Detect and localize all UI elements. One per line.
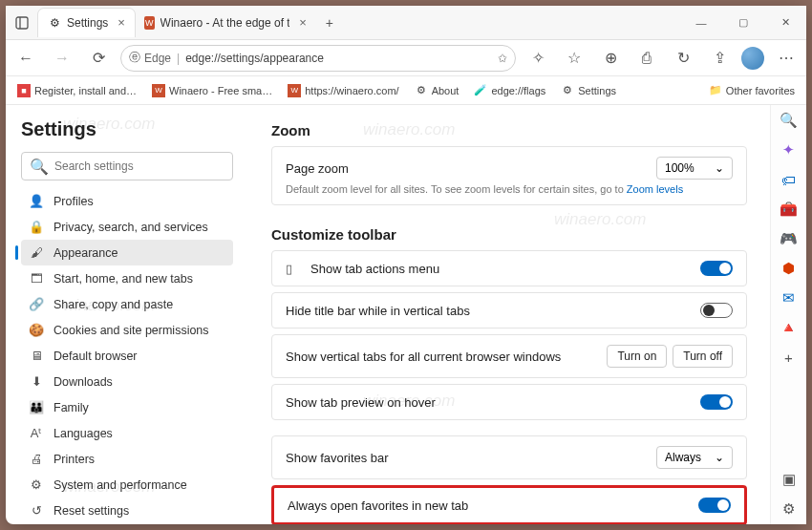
nav-item-privacy[interactable]: 🔒Privacy, search, and services (21, 214, 233, 240)
page-zoom-sub: Default zoom level for all sites. To see… (286, 183, 733, 195)
nav-item-share[interactable]: 🔗Share, copy and paste (21, 291, 233, 317)
person-icon: 👤 (29, 194, 44, 208)
nav-label: Start, home, and new tabs (53, 272, 193, 286)
coupons-icon[interactable]: 🏷 (780, 170, 799, 189)
collapse-sidebar-icon[interactable]: ▣ (780, 470, 799, 489)
cookie-icon: 🍪 (29, 323, 44, 337)
share-icon[interactable]: ⇪ (705, 44, 734, 73)
chevron-down-icon: ⌄ (715, 161, 724, 175)
profile-avatar[interactable] (741, 47, 764, 70)
drop-icon[interactable]: 🔺 (780, 318, 799, 337)
nav-item-printers[interactable]: 🖨Printers (21, 446, 233, 472)
bookmark-item[interactable]: Whttps://winaero.com/ (282, 82, 404, 99)
nav-item-profiles[interactable]: 👤Profiles (21, 188, 233, 214)
screenshot-icon[interactable]: ⎙ (632, 44, 661, 73)
nav-label: Cookies and site permissions (53, 324, 209, 337)
title-bar: ⚙ Settings × W Winaero - At the edge of … (6, 6, 806, 40)
bookmark-item[interactable]: ⚙About (409, 82, 465, 99)
nav-item-system[interactable]: ⚙System and performance (21, 472, 233, 498)
card-favorites-bar: Show favorites bar Always ⌄ (271, 435, 747, 479)
reset-icon: ↺ (29, 503, 44, 518)
close-icon[interactable]: × (118, 15, 125, 30)
bookmark-item[interactable]: 🧪edge://flags (468, 82, 551, 99)
nav-label: Privacy, search, and services (53, 221, 208, 234)
nav-item-start[interactable]: 🗔Start, home, and new tabs (21, 265, 233, 291)
outlook-icon[interactable]: ✉ (780, 288, 799, 307)
other-favorites[interactable]: 📁Other favorites (703, 82, 801, 99)
tab-icon: 🗔 (29, 271, 44, 286)
nav-item-appearance[interactable]: 🖌Appearance (21, 240, 233, 265)
card-vertical-tabs: Show vertical tabs for all current brows… (271, 334, 747, 378)
tab-settings[interactable]: ⚙ Settings × (38, 9, 135, 37)
appearance-icon: 🖌 (29, 245, 44, 260)
panel-icon[interactable] (6, 16, 38, 30)
close-button[interactable]: ✕ (764, 6, 806, 40)
download-icon: ⬇ (29, 374, 44, 389)
back-button[interactable]: ← (11, 44, 40, 73)
tab-label: Winaero - At the edge of tweaki… (160, 16, 290, 30)
nav-label: Default browser (53, 350, 138, 363)
nav-item-downloads[interactable]: ⬇Downloads (21, 369, 233, 394)
nav-item-phone[interactable]: 📱Phone and other devices (21, 523, 233, 524)
tab-winaero[interactable]: W Winaero - At the edge of tweaki… × (135, 9, 316, 37)
nav-item-family[interactable]: 👪Family (21, 394, 233, 420)
share-icon: 🔗 (29, 297, 44, 311)
site-identity: ⓔ Edge (129, 50, 171, 66)
zoom-levels-link[interactable]: Zoom levels (627, 183, 683, 195)
reader-icon[interactable]: ✩ (498, 52, 507, 65)
edge-sidebar: 🔍 ✦ 🏷 🧰 🎮 ⬢ ✉ 🔺 + ▣ ⚙ (770, 105, 806, 524)
turn-off-button[interactable]: Turn off (673, 345, 733, 368)
tab-actions-icon: ▯ (286, 262, 301, 276)
chevron-down-icon: ⌄ (715, 451, 724, 464)
bookmark-item[interactable]: WWinaero - Free sma… (146, 82, 278, 99)
lang-icon: Aᵗ (29, 426, 44, 440)
settings-gear-icon[interactable]: ⚙ (780, 499, 799, 519)
tools-icon[interactable]: 🧰 (780, 200, 799, 219)
address-bar[interactable]: ⓔ Edge | edge://settings/appearance ✩ (120, 45, 516, 72)
sparkle-icon[interactable]: ✦ (780, 140, 799, 159)
nav-label: Share, copy and paste (53, 298, 173, 311)
content-area: Settings 🔍 👤Profiles🔒Privacy, search, an… (6, 105, 806, 524)
office-icon[interactable]: ⬢ (780, 259, 799, 278)
menu-button[interactable]: ⋯ (772, 44, 801, 73)
site-icon: W (144, 16, 155, 30)
turn-on-button[interactable]: Turn on (607, 345, 667, 368)
minimize-button[interactable]: — (680, 6, 722, 40)
bookmark-item[interactable]: ■Register, install and… (11, 82, 142, 99)
search-settings[interactable]: 🔍 (21, 152, 233, 180)
family-icon: 👪 (29, 400, 44, 414)
toggle-open-fav-new-tab[interactable] (698, 498, 731, 513)
nav-item-reset[interactable]: ↺Reset settings (21, 498, 233, 523)
add-icon[interactable]: + (780, 348, 799, 367)
nav-label: Reset settings (53, 504, 129, 518)
settings-nav: Settings 🔍 👤Profiles🔒Privacy, search, an… (6, 105, 248, 524)
nav-label: Family (53, 401, 89, 414)
page-zoom-dropdown[interactable]: 100% ⌄ (656, 157, 733, 180)
collections-icon[interactable]: ⊕ (596, 44, 625, 73)
url-toolbar: ← → ⟳ ⓔ Edge | edge://settings/appearanc… (6, 40, 806, 76)
nav-item-cookies[interactable]: 🍪Cookies and site permissions (21, 317, 233, 343)
maximize-button[interactable]: ▢ (722, 6, 764, 40)
toggle-tab-actions[interactable] (700, 261, 733, 276)
search-icon[interactable]: 🔍 (780, 111, 799, 130)
nav-label: Languages (53, 427, 113, 440)
refresh-button[interactable]: ⟳ (84, 44, 113, 73)
search-icon: 🔍 (30, 158, 49, 176)
settings-content: Zoom Page zoom 100% ⌄ Default zoom level… (248, 105, 770, 524)
new-tab-button[interactable]: + (316, 15, 343, 31)
toggle-tab-preview[interactable] (700, 394, 733, 410)
games-icon[interactable]: 🎮 (780, 229, 799, 248)
url-text: edge://settings/appearance (185, 52, 492, 65)
favorites-icon[interactable]: ☆ (560, 44, 588, 73)
favorites-bar-dropdown[interactable]: Always ⌄ (656, 446, 733, 469)
card-open-favorites-new-tab: Always open favorites in new tab (271, 485, 747, 524)
close-icon[interactable]: × (299, 15, 307, 30)
nav-item-languages[interactable]: AᵗLanguages (21, 420, 233, 446)
bookmark-item[interactable]: ⚙Settings (555, 82, 622, 99)
forward-button: → (48, 44, 76, 73)
nav-item-default[interactable]: 🖥Default browser (21, 343, 233, 369)
search-input[interactable] (54, 159, 224, 173)
history-icon[interactable]: ↻ (669, 44, 697, 73)
extensions-icon[interactable]: ✧ (524, 44, 552, 73)
toggle-hide-titlebar[interactable] (700, 303, 733, 318)
